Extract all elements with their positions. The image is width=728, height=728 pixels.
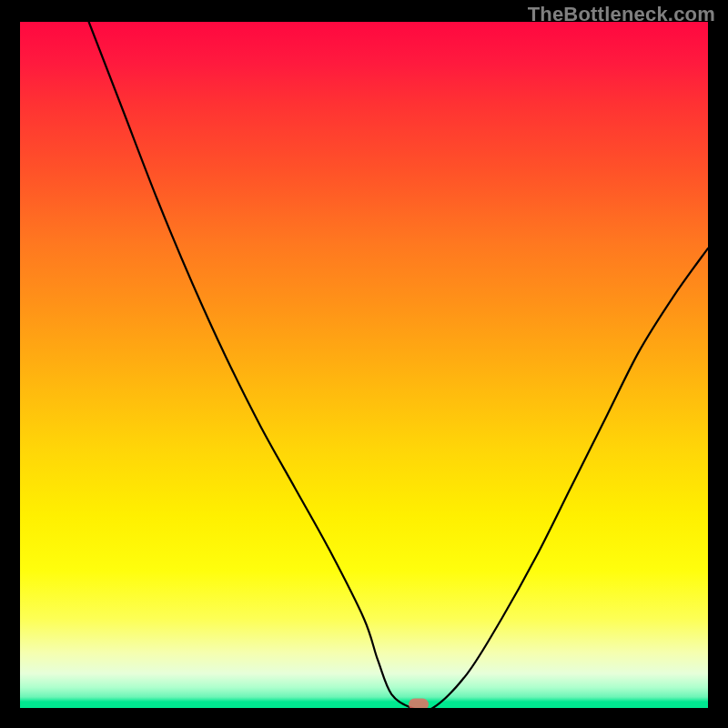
chart-container: TheBottleneck.com (0, 0, 728, 728)
bottleneck-curve (20, 22, 708, 708)
optimal-marker (409, 699, 429, 709)
watermark-text: TheBottleneck.com (528, 3, 715, 26)
plot-area (20, 22, 708, 708)
